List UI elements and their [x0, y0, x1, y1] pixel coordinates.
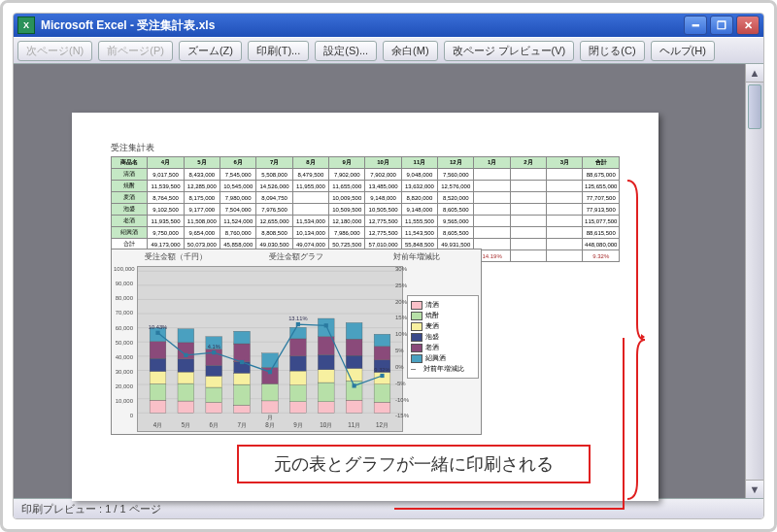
page-break-preview-button[interactable]: 改ページ プレビュー(V)	[444, 41, 575, 61]
close-button[interactable]: ✕	[736, 16, 760, 35]
table-header: 10月	[365, 157, 401, 169]
svg-text:11月: 11月	[348, 421, 360, 428]
scroll-thumb[interactable]	[748, 84, 761, 129]
chart-y2-title: 対前年増減比	[356, 251, 477, 262]
status-bar: 印刷プレビュー : 1 / 1 ページ	[14, 498, 763, 518]
svg-text:5月: 5月	[182, 421, 190, 428]
table-header: 2月	[510, 157, 546, 169]
svg-text:4.1%: 4.1%	[208, 344, 220, 349]
svg-rect-26	[206, 387, 222, 402]
svg-text:9.32%: 9.32%	[374, 367, 389, 373]
table-header: 商品名	[112, 157, 148, 169]
zoom-button[interactable]: ズーム(Z)	[179, 41, 242, 61]
table-row: 麦酒8,764,5008,175,0007,980,0008,094,75010…	[112, 192, 620, 204]
svg-rect-28	[206, 365, 222, 376]
svg-rect-60	[346, 400, 362, 413]
svg-rect-48	[290, 371, 307, 385]
table-header: 12月	[438, 157, 474, 169]
vertical-scrollbar[interactable]: ▲ ▼	[745, 64, 763, 498]
svg-rect-55	[318, 370, 334, 382]
table-header: 4月	[148, 157, 184, 169]
scroll-up-icon[interactable]: ▲	[746, 64, 763, 83]
table-row: 焼酎11,539,50012,285,00010,545,00014,526,0…	[112, 181, 620, 192]
svg-rect-33	[234, 384, 251, 405]
svg-rect-18	[178, 401, 194, 413]
table-header: 7月	[256, 157, 292, 169]
table-row: 老酒11,935,50011,508,00011,524,00012,655,0…	[112, 216, 620, 227]
print-button[interactable]: 印刷(T)...	[248, 41, 309, 61]
chart: 受注金額（千円） 受注金額グラフ 対前年増減比 100,00090,00080,…	[111, 249, 482, 435]
svg-text:月: 月	[267, 414, 273, 420]
svg-text:7月: 7月	[237, 421, 246, 428]
scroll-down-icon[interactable]: ▼	[746, 480, 763, 498]
table-header: 5月	[184, 157, 220, 169]
minimize-button[interactable]: ━	[684, 16, 707, 35]
svg-text:13.11%: 13.11%	[288, 316, 307, 321]
table-header: 1月	[474, 157, 510, 169]
svg-rect-21	[178, 359, 194, 372]
svg-rect-65	[346, 322, 362, 339]
svg-rect-67	[374, 402, 390, 413]
svg-rect-71	[374, 347, 390, 360]
table-title: 受注集計表	[111, 142, 620, 154]
svg-text:10月: 10月	[320, 421, 332, 428]
preview-workspace: 受注集計表 商品名4月5月6月7月8月9月10月11月12月1月2月3月合計 清…	[14, 64, 763, 498]
svg-rect-64	[346, 339, 362, 355]
svg-rect-32	[234, 405, 251, 413]
svg-rect-50	[290, 339, 307, 356]
svg-rect-23	[178, 329, 194, 343]
svg-rect-11	[150, 400, 166, 413]
status-text: 印刷プレビュー : 1 / 1 ページ	[21, 502, 161, 516]
svg-text:12月: 12月	[376, 421, 388, 428]
help-button[interactable]: ヘルプ(H)	[651, 41, 715, 61]
app-window: X Microsoft Excel - 受注集計表.xls ━ ❐ ✕ 次ページ…	[13, 13, 764, 519]
svg-rect-27	[206, 376, 222, 387]
chart-legend: 清酒焼酎麦酒泡盛老酒紹興酒─対前年増減比	[407, 295, 479, 379]
chart-y1-title: 受注金額（千円）	[116, 251, 236, 262]
svg-rect-12	[150, 383, 166, 400]
svg-rect-68	[374, 384, 390, 402]
preview-page[interactable]: 受注集計表 商品名4月5月6月7月8月9月10月11月12月1月2月3月合計 清…	[72, 113, 659, 501]
svg-text:6月: 6月	[210, 421, 219, 428]
prev-page-button[interactable]: 前ページ(P)	[98, 41, 173, 61]
screenshot-frame: X Microsoft Excel - 受注集計表.xls ━ ❐ ✕ 次ページ…	[0, 0, 777, 532]
svg-rect-72	[374, 334, 390, 347]
next-page-button[interactable]: 次ページ(N)	[17, 41, 92, 61]
window-title: Microsoft Excel - 受注集計表.xls	[41, 17, 215, 34]
data-table: 商品名4月5月6月7月8月9月10月11月12月1月2月3月合計 清酒9,017…	[111, 156, 620, 262]
svg-rect-44	[262, 353, 279, 368]
table-row: 紹興酒9,750,0009,654,0008,760,0008,808,5001…	[112, 227, 620, 239]
svg-rect-40	[262, 383, 279, 401]
svg-rect-37	[234, 331, 251, 344]
titlebar[interactable]: X Microsoft Excel - 受注集計表.xls ━ ❐ ✕	[14, 14, 763, 37]
table-row: 泡盛9,102,5009,177,0007,504,0007,976,50010…	[112, 204, 620, 216]
margin-button[interactable]: 余白(M)	[383, 41, 438, 61]
svg-text:9月: 9月	[293, 421, 302, 428]
annotation-callout: 元の表とグラフが一緒に印刷される	[237, 445, 591, 483]
svg-rect-25	[206, 402, 222, 413]
svg-rect-46	[290, 402, 307, 414]
annotation-brace	[624, 179, 647, 501]
svg-text:8月: 8月	[265, 421, 274, 428]
svg-rect-36	[234, 344, 251, 362]
chart-y2-axis: 30%25%20%15%10%5%0%-5%-10%-15%	[395, 266, 413, 418]
svg-text:10.43%: 10.43%	[149, 324, 167, 330]
chart-plot-area: 4月5月6月7月8月9月10月11月12月月10.43%4.1%13.11%9.…	[137, 266, 403, 432]
table-header: 3月	[547, 157, 583, 169]
table-header: 9月	[329, 157, 365, 169]
svg-rect-63	[346, 355, 362, 368]
setup-button[interactable]: 設定(S)...	[315, 41, 377, 61]
svg-rect-49	[290, 356, 307, 371]
table-header: 合計	[583, 157, 620, 169]
svg-rect-47	[290, 385, 307, 402]
svg-rect-14	[150, 358, 166, 371]
table-header: 11月	[401, 157, 437, 169]
table-header: 8月	[292, 157, 328, 169]
maximize-button[interactable]: ❐	[710, 16, 733, 35]
chart-title: 受注金額グラフ	[236, 251, 356, 262]
close-preview-button[interactable]: 閉じる(C)	[580, 41, 644, 61]
excel-icon: X	[17, 17, 35, 34]
chart-y1-axis: 100,00090,00080,00070,00060,00050,00040,…	[114, 266, 133, 418]
svg-rect-20	[178, 372, 194, 383]
svg-rect-39	[262, 401, 279, 413]
